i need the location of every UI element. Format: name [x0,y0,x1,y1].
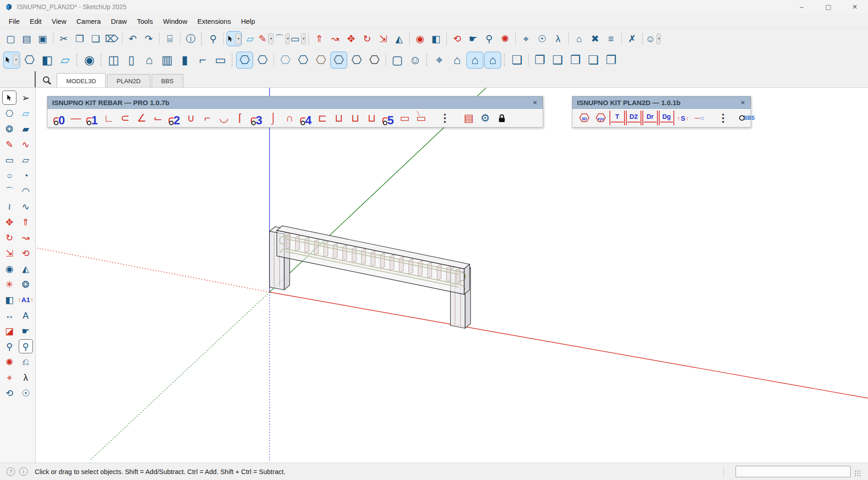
structure-box-tool[interactable]: ◫ [105,52,122,69]
rebar-panel-close-icon[interactable]: × [532,98,538,107]
rotated-rectangle-tool[interactable]: ▱ [19,153,33,167]
rebar-report-button[interactable]: ▤ [461,111,476,125]
new-page-button[interactable]: ▢ [389,52,406,69]
tab-bbs[interactable]: BBS [152,74,183,87]
zoom-previous-tool[interactable]: ⎌ [19,355,33,369]
bezier-tool[interactable]: ≀ [2,199,16,213]
section-plane-tool[interactable]: ◪ [2,324,16,338]
rebar-stirrup-closed-tick[interactable]: ▭ [413,111,429,125]
sphere-tool[interactable]: ❂ [2,122,16,136]
zoom-tool[interactable]: ⚲ [482,31,497,46]
model-viewport[interactable]: ISNUPNO KIT REBAR — PRO 1.0.7b × 0—1∟⊂∠⌙… [36,88,868,463]
search-button[interactable] [36,71,57,87]
paste-button[interactable]: ❏ [88,31,103,46]
plan2d-axes-cube-button[interactable]: ⎔xyz [593,111,609,125]
rebar-straight-bar[interactable]: — [68,111,84,125]
rebar-stirrup-closed[interactable]: ▭ [397,111,413,125]
position-camera-tool[interactable]: ⌖ [519,31,534,46]
info-icon[interactable]: i [19,467,28,476]
rebar-shape-code-3[interactable]: 3 [249,111,265,125]
xray-view-button[interactable]: ⎔ [277,52,294,69]
look-around-tool[interactable]: ☉ [19,386,33,400]
plan2d-dim-d2-button[interactable]: D2 [626,111,641,125]
rebar-crank[interactable]: ⌈ [233,111,248,125]
rebar-u-bar[interactable]: ∪ [183,111,199,125]
rebar-more-menu[interactable]: ⋮ [437,111,453,125]
plan2d-dim-total-button[interactable]: T [609,111,625,125]
plan2d-more-menu[interactable]: ⋮ [715,111,731,125]
line-tool[interactable]: ✎ [2,137,16,151]
undo-button[interactable]: ↶ [125,31,140,46]
plan2d-kit-panel-header[interactable]: ISNUPNO KIT PLAN2D — 1.0.1b × [572,96,751,109]
rebar-shape-code-1[interactable]: 1 [85,111,100,125]
curve-tool[interactable]: ∿ [19,199,33,213]
eraser-tool[interactable]: ▱ [57,52,74,69]
wireframe-view-button[interactable]: ⎔ [254,52,271,69]
line-tool-dropdown[interactable]: ▾ [268,33,274,44]
select-tool[interactable]: ▾ [227,31,242,46]
house-tool[interactable]: ⌂ [141,52,158,69]
3d-text-tool[interactable]: A [19,308,33,322]
iso-view-button[interactable]: ⎔ [236,52,253,69]
rectangle-tool-dropdown[interactable]: ▾ [301,33,306,44]
rebar-beam-model[interactable] [270,226,471,328]
offset-tool[interactable]: ◉ [413,31,428,46]
menu-window[interactable]: Window [158,15,192,27]
lasso-tool[interactable]: ⎔ [2,106,16,120]
line-tool[interactable]: ✎▾ [259,31,274,46]
paint-bucket-tool[interactable]: ◧ [39,52,56,69]
circle-tool[interactable]: ○ [2,168,16,182]
walk-tool[interactable]: λ [19,370,33,384]
face-camera-c-button[interactable]: ⌂ [484,52,501,69]
menu-file[interactable]: File [4,15,25,27]
rebar-license-lock[interactable] [494,111,509,125]
rebar-shape-code-2[interactable]: 2 [167,111,182,125]
rotate-tool[interactable]: ↻ [2,230,16,245]
outer-shell-tool[interactable]: ❂ [19,277,33,291]
two-point-arc-tool[interactable]: ◠ [19,184,33,198]
shaded-view-button[interactable]: ⎔ [330,52,347,69]
menu-camera[interactable]: Camera [71,15,106,27]
rebar-loop[interactable]: ∩ [282,111,297,125]
move-tool[interactable]: ✥ [2,215,16,229]
freehand-tool[interactable]: ∿ [19,137,33,151]
axes-compass-button[interactable]: ⌖ [431,52,448,69]
close-button[interactable]: ✕ [842,0,868,14]
rebar-shape-code-0[interactable]: 0 [52,111,67,125]
rebar-bend-90[interactable]: ∟ [101,111,116,125]
paint-bucket-tool[interactable]: ◧ [429,31,444,46]
hand-tool[interactable]: ☛ [19,324,33,338]
column-tool[interactable]: ▮ [176,52,193,69]
tab-plan2d[interactable]: PLAN2D [107,74,150,87]
rebar-stirrup-u2[interactable]: ⊔ [348,111,363,125]
flip-tool[interactable]: ◭ [19,261,33,276]
face-camera-a-button[interactable]: ⌂ [449,52,466,69]
rebar-stirrup-u3[interactable]: ⊔ [364,111,380,125]
arc-tool-dropdown[interactable]: ▾ [286,33,290,44]
zoom-window-tool[interactable]: ⚲ [19,339,33,353]
model-info-button[interactable]: ⓘ [183,31,198,46]
select-tool[interactable] [2,91,16,105]
edit-group-button[interactable]: ❑ [549,52,566,69]
menu-extensions[interactable]: Extensions [192,15,236,27]
slab-tool[interactable]: ▭ [212,52,229,69]
search-tool[interactable]: ⚲ [206,31,221,46]
hidden-line-view-button[interactable]: ⎔ [312,52,329,69]
position-camera-tool[interactable]: ⌖ [2,370,16,384]
plan2d-dim-dg-button[interactable]: Dg [659,111,674,125]
pan-tool[interactable]: ☛ [466,31,481,46]
print-button[interactable]: ⌸ [162,31,177,46]
text-box-tool[interactable]: ↑A1↑ [19,293,33,307]
soften-eraser-tool[interactable]: ▰ [19,122,33,136]
arc-tool[interactable]: ⌒▾ [275,31,290,46]
delete-button[interactable]: ⌦ [104,31,119,46]
roof-corner-tool[interactable]: ⌐ [194,52,211,69]
rebar-stirrup-u1[interactable]: ⊔ [331,111,347,125]
measurements-input[interactable] [736,466,851,477]
follow-me-tool[interactable]: ↝ [19,230,33,245]
rectangle-tool[interactable]: ▭ [2,153,16,167]
select-tool-dropdown[interactable]: ▾ [235,33,241,44]
explode-button[interactable]: ❐ [531,52,548,69]
make-group-button[interactable]: ❏ [508,52,525,69]
layers-button[interactable]: ≡ [603,31,619,46]
